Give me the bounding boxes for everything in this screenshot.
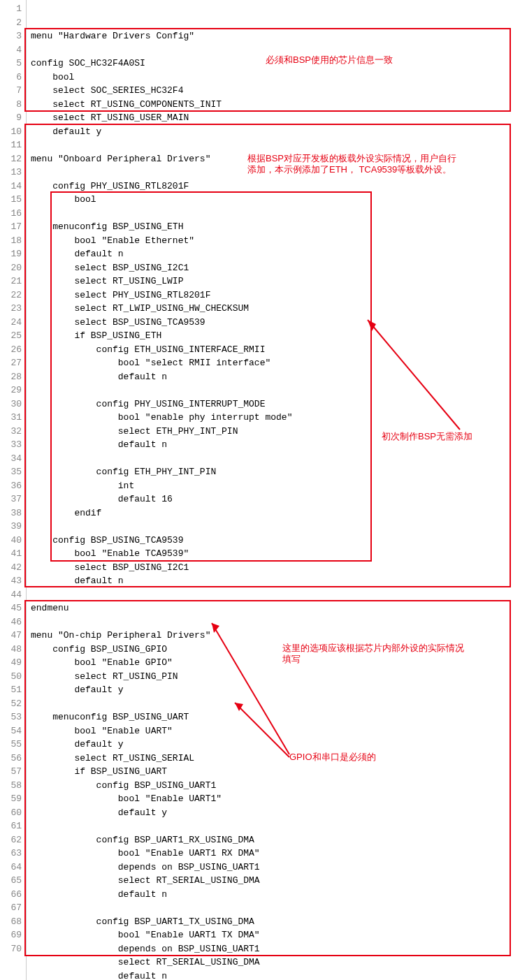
line-number: 57 [0, 765, 22, 779]
code-line: bool "Enable UART1 TX DMA" [31, 928, 520, 942]
line-number: 12 [0, 152, 22, 166]
code-line [31, 697, 520, 711]
code-line: menu "On-chip Peripheral Drivers" [31, 629, 520, 643]
line-number-gutter: 1234567891011121314151617181920212223242… [0, 0, 27, 980]
line-number: 58 [0, 779, 22, 793]
line-number: 16 [0, 207, 22, 221]
code-line: bool "Enable UART1" [31, 792, 520, 806]
code-line [31, 207, 520, 221]
code-line [31, 520, 520, 534]
line-number: 20 [0, 261, 22, 275]
line-number: 45 [0, 601, 22, 615]
line-number: 29 [0, 383, 22, 397]
line-number: 54 [0, 724, 22, 738]
line-number: 46 [0, 615, 22, 629]
line-number: 60 [0, 806, 22, 820]
code-line: select ETH_PHY_INT_PIN [31, 425, 520, 439]
code-line: menuconfig BSP_USING_ETH [31, 220, 520, 234]
code-line [31, 383, 520, 397]
code-line: bool "Enable UART" [31, 724, 520, 738]
code-line: select BSP_USING_I2C1 [31, 261, 520, 275]
line-number: 34 [0, 452, 22, 466]
code-line: config ETH_USING_INTERFACE_RMII [31, 343, 520, 357]
line-number: 68 [0, 915, 22, 929]
code-line [31, 166, 520, 180]
code-line: default n [31, 888, 520, 902]
line-number: 11 [0, 138, 22, 152]
code-line: select RT_USING_SERIAL [31, 752, 520, 766]
line-number: 53 [0, 710, 22, 724]
line-number: 52 [0, 697, 22, 711]
line-number: 7 [0, 84, 22, 98]
code-line: if BSP_USING_UART [31, 765, 520, 779]
code-line: default n [31, 247, 520, 261]
line-number: 56 [0, 752, 22, 766]
line-number: 36 [0, 479, 22, 493]
line-number: 38 [0, 506, 22, 520]
line-number: 59 [0, 792, 22, 806]
code-line [31, 615, 520, 629]
code-line: select SOC_SERIES_HC32F4 [31, 84, 520, 98]
line-number: 50 [0, 670, 22, 684]
line-number: 28 [0, 370, 22, 384]
line-number: 2 [0, 16, 22, 30]
line-number: 4 [0, 43, 22, 57]
code-line: select RT_USING_COMPONENTS_INIT [31, 98, 520, 112]
line-number: 40 [0, 534, 22, 548]
code-line [31, 901, 520, 915]
code-area: menu "Hardware Drivers Config"config SOC… [27, 0, 520, 980]
code-line [31, 452, 520, 466]
code-line: depends on BSP_USING_UART1 [31, 861, 520, 875]
line-number: 67 [0, 901, 22, 915]
line-number: 13 [0, 166, 22, 180]
line-number: 51 [0, 683, 22, 697]
code-line: config BSP_USING_TCA9539 [31, 534, 520, 548]
code-line: select RT_LWIP_USING_HW_CHECKSUM [31, 302, 520, 316]
code-line: select RT_SERIAL_USING_DMA [31, 956, 520, 970]
line-number: 5 [0, 57, 22, 71]
code-line: menu "Hardware Drivers Config" [31, 29, 520, 43]
line-number: 61 [0, 819, 22, 833]
code-line: bool [31, 193, 520, 207]
code-line: bool "Enable TCA9539" [31, 547, 520, 561]
line-number: 17 [0, 220, 22, 234]
code-line: depends on BSP_USING_UART1 [31, 942, 520, 956]
line-number: 9 [0, 111, 22, 125]
code-line [31, 588, 520, 602]
line-number: 63 [0, 847, 22, 861]
line-number: 42 [0, 561, 22, 575]
line-number: 43 [0, 574, 22, 588]
code-line: endmenu [31, 601, 520, 615]
code-line: config PHY_USING_RTL8201F [31, 180, 520, 193]
line-number: 66 [0, 888, 22, 902]
line-number: 25 [0, 329, 22, 343]
code-line: endif [31, 506, 520, 520]
code-line: select BSP_USING_TCA9539 [31, 316, 520, 330]
code-line: menuconfig BSP_USING_UART [31, 710, 520, 724]
line-number: 64 [0, 861, 22, 875]
line-number: 30 [0, 397, 22, 411]
line-number: 27 [0, 356, 22, 370]
line-number: 35 [0, 465, 22, 479]
code-line: bool "Enable GPIO" [31, 656, 520, 670]
code-line: default n [31, 970, 520, 981]
code-line [31, 819, 520, 833]
line-number: 18 [0, 234, 22, 248]
line-number: 33 [0, 438, 22, 452]
code-line: default y [31, 125, 520, 139]
code-line: config BSP_UART1_RX_USING_DMA [31, 833, 520, 847]
line-number: 8 [0, 98, 22, 112]
code-line: bool "Enable Ethernet" [31, 234, 520, 248]
line-number: 69 [0, 928, 22, 942]
code-line: default y [31, 806, 520, 820]
line-number: 37 [0, 492, 22, 506]
code-line: select RT_SERIAL_USING_DMA [31, 874, 520, 888]
code-line: bool "select RMII interface" [31, 356, 520, 370]
code-line: select PHY_USING_RTL8201F [31, 288, 520, 302]
line-number: 1 [0, 2, 22, 16]
code-editor: 1234567891011121314151617181920212223242… [0, 0, 520, 980]
line-number: 23 [0, 302, 22, 316]
code-line: config BSP_USING_GPIO [31, 643, 520, 657]
line-number: 41 [0, 547, 22, 561]
code-line: config BSP_USING_UART1 [31, 779, 520, 793]
